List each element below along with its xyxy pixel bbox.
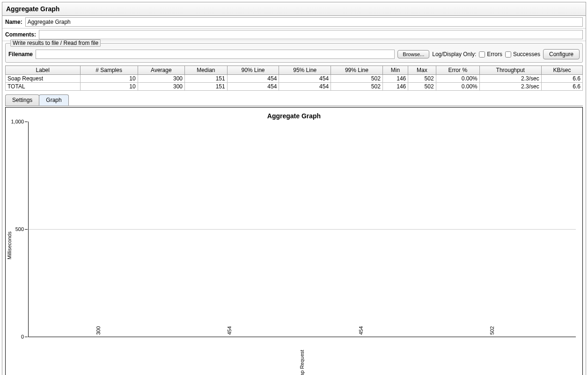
successes-text: Successes: [513, 51, 540, 58]
plot-area: 300454454502 05001,000: [28, 122, 576, 337]
y-tick: [25, 229, 28, 230]
table-header[interactable]: 90% Line: [227, 66, 279, 75]
write-results-title: Write results to file / Read from file: [10, 39, 101, 47]
bar-value-label: 454: [358, 326, 364, 335]
name-label: Name:: [5, 19, 22, 25]
tabs: Settings Graph: [5, 94, 583, 106]
table-cell: Soap Request: [6, 75, 81, 83]
table-cell: 502: [331, 75, 383, 83]
table-cell: 502: [408, 83, 436, 91]
successes-checkbox[interactable]: [505, 51, 511, 58]
tab-graph[interactable]: Graph: [39, 94, 68, 106]
write-results-groupbox: Write results to file / Read from file F…: [5, 43, 583, 63]
table-cell: 502: [331, 83, 383, 91]
table-cell: 10: [80, 75, 138, 83]
table-header[interactable]: Average: [138, 66, 184, 75]
bar-value-label: 300: [95, 326, 101, 335]
filename-input[interactable]: [36, 50, 395, 59]
table-cell: 454: [279, 83, 331, 91]
x-axis-label: Soap Request: [28, 363, 576, 369]
y-tick: [25, 337, 28, 337]
name-input[interactable]: [25, 17, 583, 27]
table-cell: 0.00%: [436, 83, 479, 91]
errors-checkbox[interactable]: [479, 51, 485, 58]
table-header[interactable]: KB/sec: [541, 66, 582, 75]
errors-checkbox-label[interactable]: Errors: [479, 51, 502, 58]
tab-settings[interactable]: Settings: [5, 94, 39, 106]
panel-title: Aggregate Graph: [2, 2, 586, 16]
table-cell: 502: [408, 75, 436, 83]
filename-label: Filename: [8, 51, 33, 58]
table-header[interactable]: Max: [408, 66, 436, 75]
comments-input[interactable]: [39, 30, 583, 39]
configure-button[interactable]: Configure: [543, 49, 580, 59]
table-cell: 2.3/sec: [479, 83, 541, 91]
table-header[interactable]: 95% Line: [279, 66, 331, 75]
browse-button[interactable]: Browse...: [397, 50, 429, 58]
y-tick-label: 1,000: [6, 119, 24, 124]
table-cell: 454: [227, 75, 279, 83]
table-cell: 146: [382, 83, 408, 91]
table-cell: 454: [279, 75, 331, 83]
log-display-only-label: Log/Display Only:: [432, 51, 476, 58]
table-row[interactable]: TOTAL103001514544545021465020.00%2.3/sec…: [6, 83, 583, 91]
chart-area: Aggregate Graph Milliseconds 30045445450…: [5, 107, 583, 375]
table-header[interactable]: Label: [6, 66, 81, 75]
table-cell: 300: [138, 83, 184, 91]
table-header[interactable]: Throughput: [479, 66, 541, 75]
table-header[interactable]: Min: [382, 66, 408, 75]
bar-value-label: 454: [227, 326, 232, 335]
name-row: Name:: [2, 16, 586, 29]
y-tick-label: 0: [6, 334, 24, 339]
chart-title: Aggregate Graph: [7, 112, 581, 120]
table-cell: 6.6: [541, 83, 582, 91]
gridline: [29, 229, 576, 230]
comments-label: Comments:: [5, 31, 36, 38]
chart-box: Milliseconds 300454454502 05001,000 Soap…: [28, 122, 576, 369]
bar-value-label: 502: [489, 326, 495, 335]
aggregate-graph-panel: Aggregate Graph Name: Comments: Write re…: [2, 2, 586, 375]
table-cell: 151: [184, 83, 227, 91]
table-cell: 146: [382, 75, 408, 83]
table-header[interactable]: 99% Line: [331, 66, 383, 75]
table-row[interactable]: Soap Request103001514544545021465020.00%…: [6, 75, 583, 83]
table-cell: TOTAL: [6, 83, 81, 91]
y-tick: [25, 122, 28, 122]
table-cell: 300: [138, 75, 184, 83]
table-cell: 2.3/sec: [479, 75, 541, 83]
results-table-wrap: Label# SamplesAverageMedian90% Line95% L…: [5, 65, 583, 91]
table-header[interactable]: # Samples: [80, 66, 138, 75]
table-cell: 151: [184, 75, 227, 83]
table-header[interactable]: Median: [184, 66, 227, 75]
results-table: Label# SamplesAverageMedian90% Line95% L…: [5, 65, 583, 91]
table-cell: 6.6: [541, 75, 582, 83]
successes-checkbox-label[interactable]: Successes: [505, 51, 540, 58]
errors-text: Errors: [487, 51, 502, 58]
y-axis-label: Milliseconds: [7, 231, 12, 260]
table-cell: 10: [80, 83, 138, 91]
table-cell: 0.00%: [436, 75, 479, 83]
y-tick-label: 500: [6, 226, 24, 232]
table-header[interactable]: Error %: [436, 66, 479, 75]
table-cell: 454: [227, 83, 279, 91]
